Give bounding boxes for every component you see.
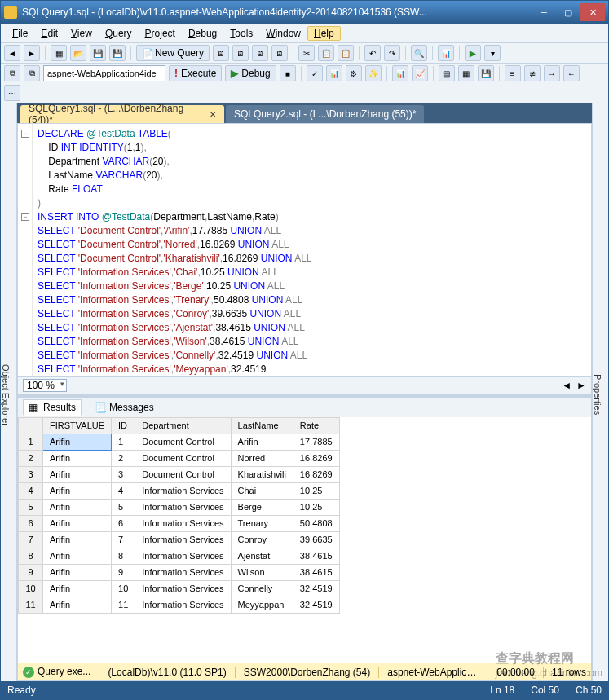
grid-cell[interactable]: 3 xyxy=(19,466,43,482)
new-project-button[interactable]: ▦ xyxy=(51,45,67,61)
menu-project[interactable]: Project xyxy=(139,26,182,41)
grid-cell[interactable]: Document Control xyxy=(135,434,231,450)
outline-collapse-icon[interactable]: − xyxy=(21,130,29,138)
cancel-query-button[interactable]: ■ xyxy=(280,65,296,81)
menu-view[interactable]: View xyxy=(64,26,99,41)
grid-cell[interactable]: Information Services xyxy=(135,580,231,597)
grid-header[interactable]: Department xyxy=(135,417,231,434)
grid-cell[interactable]: 7 xyxy=(112,531,135,548)
grid-cell[interactable]: Wilson xyxy=(231,564,293,580)
grid-cell[interactable]: Ajenstat xyxy=(231,548,293,564)
code-line[interactable]: SELECT 'Information Services','Chai',10.… xyxy=(18,266,591,280)
activity-monitor-button[interactable]: 📊 xyxy=(438,45,454,61)
grid-cell[interactable]: Arifin xyxy=(43,580,112,597)
outline-collapse-icon[interactable]: − xyxy=(21,213,29,221)
grid-cell[interactable]: Information Services xyxy=(135,531,231,548)
grid-cell[interactable]: 8 xyxy=(19,548,43,564)
table-row[interactable]: 7Arifin7Information ServicesConroy39.663… xyxy=(19,531,340,548)
grid-cell[interactable]: Information Services xyxy=(135,499,231,515)
table-row[interactable]: 8Arifin8Information ServicesAjenstat38.4… xyxy=(19,548,340,564)
new-query-button[interactable]: 📄New Query xyxy=(136,45,210,61)
grid-header[interactable] xyxy=(19,417,43,434)
nav-back-button[interactable]: ◄ xyxy=(4,45,20,61)
grid-header[interactable]: FIRSTVALUE xyxy=(43,417,112,434)
menu-tools[interactable]: Tools xyxy=(223,26,259,41)
comment-button[interactable]: ≡ xyxy=(505,65,521,81)
code-line[interactable]: ) xyxy=(18,196,591,210)
doc-tab-0[interactable]: SQLQuery1.sql - (L...\DorbenZhang (54))*… xyxy=(20,105,224,123)
grid-cell[interactable]: 1 xyxy=(112,434,135,450)
execute-button[interactable]: ! Execute xyxy=(169,65,222,81)
code-line[interactable]: Department VARCHAR(20), xyxy=(18,155,591,169)
maximize-button[interactable]: ▢ xyxy=(556,3,580,21)
grid-cell[interactable]: 50.4808 xyxy=(293,515,339,531)
code-line[interactable]: SELECT 'Information Services','Connelly'… xyxy=(18,349,591,363)
table-row[interactable]: 11Arifin11Information ServicesMeyyappan3… xyxy=(19,597,340,613)
grid-header[interactable]: LastName xyxy=(231,417,293,434)
grid-cell[interactable]: Kharatishvili xyxy=(231,466,293,482)
grid-cell[interactable]: Document Control xyxy=(135,450,231,466)
start-button[interactable]: ▶ xyxy=(465,45,481,61)
code-line[interactable]: SELECT 'Information Services','Trenary',… xyxy=(18,293,591,307)
uncomment-button[interactable]: ≢ xyxy=(524,65,541,81)
grid-cell[interactable]: 38.4615 xyxy=(293,548,339,564)
grid-header[interactable]: ID xyxy=(112,417,135,434)
grid-cell[interactable]: Meyyappan xyxy=(231,597,293,613)
grid-cell[interactable]: Information Services xyxy=(135,482,231,499)
grid-cell[interactable]: 9 xyxy=(112,564,135,580)
grid-cell[interactable]: Arifin xyxy=(43,450,112,466)
table-row[interactable]: 9Arifin9Information ServicesWilson38.461… xyxy=(19,564,340,580)
table-row[interactable]: 2Arifin2Document ControlNorred16.8269 xyxy=(19,450,340,466)
grid-cell[interactable]: Arifin xyxy=(43,515,112,531)
parse-button[interactable]: ✓ xyxy=(307,65,323,81)
object-explorer-panel[interactable]: Object Explorer xyxy=(1,103,17,681)
grid-cell[interactable]: Arifin xyxy=(43,434,112,450)
menu-file[interactable]: File xyxy=(6,26,34,41)
grid-cell[interactable]: 8 xyxy=(112,548,135,564)
xmla-query-button[interactable]: 🗎 xyxy=(271,45,288,61)
code-line[interactable]: SELECT 'Information Services','Conroy',3… xyxy=(18,307,591,321)
grid-cell[interactable]: Arifin xyxy=(43,564,112,580)
code-line[interactable]: INSERT INTO @TestData(Department,LastNam… xyxy=(18,210,591,224)
horiz-scroll-right-icon[interactable]: ► xyxy=(576,380,586,391)
code-line[interactable]: SELECT 'Information Services','Wilson',3… xyxy=(18,335,591,349)
menu-query[interactable]: Query xyxy=(99,26,139,41)
properties-panel[interactable]: Properties xyxy=(592,103,608,681)
grid-cell[interactable]: Arifin xyxy=(43,482,112,499)
change-connection-button[interactable]: ⧉ xyxy=(24,65,40,81)
grid-cell[interactable]: 32.4519 xyxy=(293,580,339,597)
paste-button[interactable]: 📋 xyxy=(338,45,354,61)
menu-edit[interactable]: Edit xyxy=(34,26,64,41)
grid-cell[interactable]: Connelly xyxy=(231,580,293,597)
grid-cell[interactable]: 2 xyxy=(112,450,135,466)
sql-editor[interactable]: −DECLARE @TestData TABLE( ID INT IDENTIT… xyxy=(18,124,591,376)
results-file-button[interactable]: 💾 xyxy=(478,65,494,81)
grid-cell[interactable]: Information Services xyxy=(135,515,231,531)
query-options-button[interactable]: ⚙ xyxy=(346,65,362,81)
outdent-button[interactable]: ← xyxy=(563,65,580,81)
grid-cell[interactable]: Trenary xyxy=(231,515,293,531)
find-button[interactable]: 🔍 xyxy=(411,45,427,61)
grid-cell[interactable]: 16.8269 xyxy=(293,450,339,466)
grid-cell[interactable]: Conroy xyxy=(231,531,293,548)
dropdown-button[interactable]: ▾ xyxy=(484,45,501,61)
grid-cell[interactable]: 10.25 xyxy=(293,499,339,515)
grid-cell[interactable]: Arifin xyxy=(231,434,293,450)
grid-cell[interactable]: Arifin xyxy=(43,466,112,482)
open-button[interactable]: 📂 xyxy=(70,45,86,61)
code-line[interactable]: ID INT IDENTITY(1,1), xyxy=(18,141,591,155)
close-button[interactable]: ✕ xyxy=(580,3,605,21)
code-line[interactable]: SELECT 'Information Services','Ajenstat'… xyxy=(18,321,591,335)
grid-cell[interactable]: 5 xyxy=(19,499,43,515)
results-grid[interactable]: FIRSTVALUEIDDepartmentLastNameRate1Arifi… xyxy=(18,417,591,663)
messages-tab[interactable]: 📃Messages xyxy=(90,400,159,415)
table-row[interactable]: 4Arifin4Information ServicesChai10.25 xyxy=(19,482,340,499)
menu-window[interactable]: Window xyxy=(259,26,307,41)
analysis-query-button[interactable]: 🗎 xyxy=(232,45,249,61)
grid-cell[interactable]: Arifin xyxy=(43,531,112,548)
nav-fwd-button[interactable]: ► xyxy=(24,45,40,61)
grid-cell[interactable]: Arifin xyxy=(43,548,112,564)
table-row[interactable]: 1Arifin1Document ControlArifin17.7885 xyxy=(19,434,340,450)
grid-cell[interactable]: Information Services xyxy=(135,564,231,580)
grid-cell[interactable]: Arifin xyxy=(43,499,112,515)
